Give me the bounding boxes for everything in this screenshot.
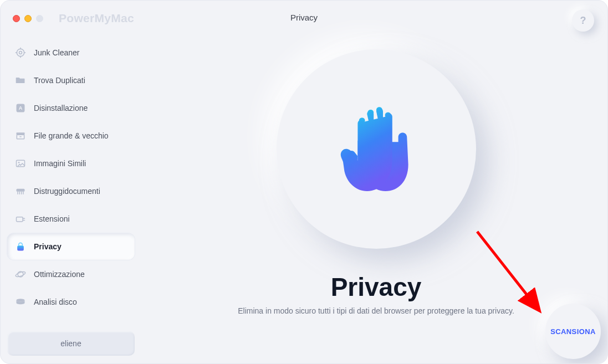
sidebar-item-junk-cleaner[interactable]: Junk Cleaner — [7, 39, 135, 66]
sidebar-item-label: Trova Duplicati — [34, 76, 85, 85]
svg-point-22 — [17, 299, 25, 301]
sidebar-item-label: Disinstallazione — [34, 104, 88, 112]
user-account-button[interactable]: eliene — [7, 331, 135, 356]
sidebar-item-disk-analysis[interactable]: Analisi disco — [7, 289, 135, 315]
sidebar-item-privacy[interactable]: Privacy — [7, 233, 135, 260]
app-name: PowerMyMac — [59, 12, 134, 25]
sidebar-item-label: Immagini Simili — [34, 159, 86, 168]
folders-icon — [15, 75, 26, 86]
fullscreen-window-button[interactable] — [36, 15, 43, 22]
image-icon — [15, 158, 26, 169]
svg-rect-19 — [17, 245, 24, 250]
sidebar-item-find-duplicates[interactable]: Trova Duplicati — [7, 67, 135, 94]
disk-icon — [15, 296, 26, 307]
archive-box-icon — [15, 130, 26, 141]
sidebar-item-shredder[interactable]: Distruggidocumenti — [7, 178, 135, 204]
scan-button[interactable]: SCANSIONA — [545, 304, 601, 359]
help-button[interactable]: ? — [572, 9, 594, 32]
target-icon — [15, 47, 26, 58]
sidebar-item-label: Ottimizzazione — [34, 270, 85, 279]
sidebar-item-extensions[interactable]: Estensioni — [7, 206, 135, 232]
sidebar-item-label: Distruggidocumenti — [34, 187, 100, 196]
user-label: eliene — [60, 339, 81, 348]
svg-rect-18 — [17, 217, 23, 222]
scan-button-label: SCANSIONA — [550, 327, 596, 336]
svg-text:A: A — [19, 105, 23, 111]
help-icon: ? — [580, 15, 586, 27]
sidebar-list: Junk Cleaner Trova Duplicati A Disinstal… — [7, 39, 135, 327]
feature-subtitle: Elimina in modo sicuro tutti i tipi di d… — [238, 306, 514, 315]
sidebar-item-label: Analisi disco — [34, 298, 77, 306]
main-pane: Privacy Elimina in modo sicuro tutti i t… — [145, 36, 607, 363]
window-controls — [13, 15, 43, 22]
sidebar-item-label: Junk Cleaner — [34, 48, 80, 57]
minimize-window-button[interactable] — [24, 15, 32, 22]
sidebar-item-similar-images[interactable]: Immagini Simili — [7, 150, 135, 177]
lock-icon — [15, 241, 26, 252]
svg-rect-13 — [17, 189, 25, 192]
titlebar: PowerMyMac Privacy ? — [1, 1, 607, 36]
sidebar-item-uninstaller[interactable]: A Disinstallazione — [7, 95, 135, 121]
close-window-button[interactable] — [13, 15, 20, 22]
feature-title: Privacy — [331, 272, 422, 302]
hand-stop-icon — [335, 98, 418, 200]
svg-point-12 — [18, 162, 20, 163]
shredder-icon — [15, 186, 26, 197]
planet-icon — [15, 269, 26, 280]
app-window: PowerMyMac Privacy ? Junk Cleaner Trova … — [0, 0, 608, 364]
sidebar-item-label: Privacy — [34, 242, 62, 251]
sidebar-item-large-old-files[interactable]: File grande & vecchio — [7, 122, 135, 149]
hero-illustration — [277, 49, 476, 249]
svg-point-1 — [19, 52, 22, 54]
sidebar-item-optimization[interactable]: Ottimizzazione — [7, 261, 135, 288]
svg-point-0 — [17, 49, 24, 56]
app-grid-icon: A — [15, 102, 26, 114]
sidebar: Junk Cleaner Trova Duplicati A Disinstal… — [7, 39, 135, 356]
sidebar-item-label: File grande & vecchio — [34, 131, 109, 140]
plugin-icon — [15, 213, 26, 224]
page-title: Privacy — [290, 13, 318, 22]
sidebar-item-label: Estensioni — [34, 214, 70, 223]
